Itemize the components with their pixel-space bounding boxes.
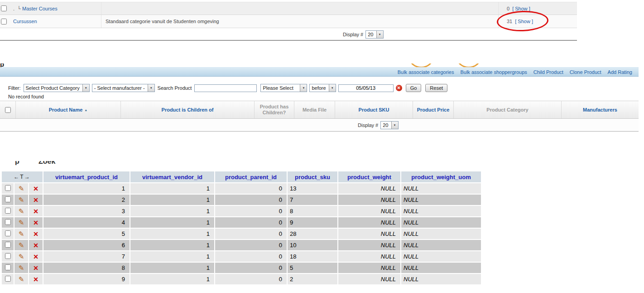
col-header-product-sku[interactable]: Product SKU	[335, 101, 413, 118]
edit-pencil-icon[interactable]: ✎	[19, 196, 24, 204]
product-count: 0	[507, 6, 509, 11]
cell-product-weight: NULL	[338, 274, 400, 284]
category-description: Standaard categorie vanuit de Studenten …	[101, 15, 498, 28]
delete-x-icon[interactable]: ✕	[33, 264, 38, 272]
col-header-media-file: Media File	[294, 101, 335, 118]
col-header-product-weight[interactable]: product_weight	[338, 171, 400, 182]
row-checkbox[interactable]	[5, 242, 11, 248]
category-row-checkbox[interactable]	[1, 5, 7, 11]
col-header-virtuemart-product-id[interactable]: virtuemart_product_id	[43, 171, 130, 182]
date-input[interactable]	[338, 84, 394, 92]
col-header-manufacturers[interactable]: Manufacturers	[562, 101, 639, 118]
row-checkbox-cell	[2, 251, 14, 262]
row-checkbox[interactable]	[5, 196, 11, 202]
toolbar-link-bulk-associate-shoppergroups[interactable]: Bulk associate shoppergroups	[460, 69, 527, 75]
row-checkbox[interactable]	[5, 208, 11, 214]
col-header-product-name[interactable]: Product Name▲	[16, 101, 121, 118]
cell-product-weight-uom: NULL	[401, 263, 481, 273]
display-count-control: Display # 20 ▼	[343, 30, 384, 39]
phpmyadmin-results-table: ←T→ virtuemart_product_id virtuemart_ven…	[1, 171, 482, 285]
select-value: Please Select	[261, 84, 300, 92]
row-checkbox[interactable]	[5, 264, 11, 270]
delete-x-icon[interactable]: ✕	[33, 185, 38, 192]
reset-button[interactable]: Reset	[425, 84, 447, 92]
cell-virtuemart-vendor-id: 1	[130, 251, 214, 262]
display-count-select[interactable]: 20 ▼	[365, 30, 383, 39]
delete-x-icon[interactable]: ✕	[33, 230, 38, 238]
status-select[interactable]: Please Select ▼	[260, 84, 307, 92]
select-all-checkbox[interactable]	[5, 107, 11, 113]
col-header-product-is-children-of[interactable]: Product is Children of	[121, 101, 255, 118]
cell-product-weight: NULL	[338, 183, 400, 194]
cell-product-sku: 18	[288, 251, 337, 262]
row-edit-cell: ✎	[14, 217, 28, 228]
cell-product-parent-id: 0	[215, 206, 287, 216]
cell-product-sku: 13	[288, 183, 337, 194]
manufacturer-select[interactable]: - Select manufacturer - ▼	[92, 84, 155, 92]
edit-pencil-icon[interactable]: ✎	[19, 264, 24, 272]
delete-x-icon[interactable]: ✕	[33, 253, 38, 260]
col-header-virtuemart-vendor-id[interactable]: virtuemart_vendor_id	[130, 171, 214, 182]
cell-product-weight: NULL	[338, 263, 400, 273]
row-checkbox[interactable]	[5, 276, 11, 282]
edit-pencil-icon[interactable]: ✎	[19, 185, 24, 193]
row-edit-cell: ✎	[14, 229, 28, 239]
col-header-product-parent-id[interactable]: product_parent_id	[215, 171, 287, 182]
col-header-product-has-children: Product has Children?	[255, 101, 294, 118]
cell-product-weight-uom: NULL	[401, 251, 481, 262]
delete-x-icon[interactable]: ✕	[33, 208, 38, 215]
category-list-section: . └ Master Courses 0 [ Show ] Cursussen …	[0, 2, 577, 41]
row-actions-header[interactable]: ←T→	[2, 171, 43, 182]
row-checkbox-cell	[2, 240, 14, 250]
product-category-select[interactable]: Select Product Category ▼	[24, 84, 90, 92]
table-row: ✎ ✕ 5 1 0 28 NULL NULL	[2, 229, 481, 239]
delete-x-icon[interactable]: ✕	[33, 196, 38, 204]
select-value: 20	[366, 31, 376, 38]
clear-date-icon[interactable]: ✕	[396, 85, 402, 91]
display-label: Display #	[343, 32, 363, 37]
category-row-checkbox[interactable]	[1, 19, 7, 24]
col-header-product-sku[interactable]: product_sku	[288, 171, 337, 182]
table-row: ✎ ✕ 2 1 0 7 NULL NULL	[2, 195, 481, 205]
cutoff-text-row: p Zoek	[0, 161, 136, 168]
cell-product-sku: 2	[288, 274, 337, 284]
show-products-link[interactable]: [ Show ]	[512, 6, 530, 11]
cell-virtuemart-product-id: 8	[43, 263, 130, 273]
edit-pencil-icon[interactable]: ✎	[19, 253, 24, 261]
col-header-product-price[interactable]: Product Price	[413, 101, 454, 118]
select-value: Select Product Category	[24, 84, 82, 92]
product-manager-section: p Bulk associate categories Bulk associa…	[0, 63, 639, 132]
edit-pencil-icon[interactable]: ✎	[19, 207, 24, 215]
cell-product-weight: NULL	[338, 195, 400, 205]
date-compare-select[interactable]: before ▼	[309, 84, 336, 92]
cell-virtuemart-product-id: 5	[43, 229, 130, 239]
row-checkbox[interactable]	[5, 185, 11, 191]
row-checkbox[interactable]	[5, 253, 11, 259]
delete-x-icon[interactable]: ✕	[33, 219, 38, 226]
go-button[interactable]: Go	[406, 84, 422, 92]
row-checkbox[interactable]	[5, 219, 11, 225]
product-table-footer: Display # 20 ▼	[0, 119, 639, 132]
cell-product-weight-uom: NULL	[401, 240, 481, 250]
display-count-select[interactable]: 20 ▼	[380, 121, 398, 129]
category-name-link[interactable]: Cursussen	[13, 19, 37, 24]
cell-product-weight: NULL	[338, 251, 400, 262]
toolbar-link-child-product[interactable]: Child Product	[533, 69, 563, 75]
delete-x-icon[interactable]: ✕	[33, 276, 38, 283]
edit-pencil-icon[interactable]: ✎	[19, 275, 24, 283]
delete-x-icon[interactable]: ✕	[33, 242, 38, 249]
edit-pencil-icon[interactable]: ✎	[19, 219, 24, 227]
toolbar-link-clone-product[interactable]: Clone Product	[570, 69, 601, 75]
table-row: ✎ ✕ 6 1 0 10 NULL NULL	[2, 240, 481, 250]
search-product-input[interactable]	[194, 84, 257, 92]
tree-branch-prefix: . └	[13, 6, 22, 11]
category-name-cell: Cursussen	[8, 19, 101, 24]
col-header-product-weight-uom[interactable]: product_weight_uom	[401, 171, 481, 182]
toolbar-link-bulk-associate-categories[interactable]: Bulk associate categories	[398, 69, 454, 75]
edit-pencil-icon[interactable]: ✎	[19, 230, 24, 238]
toolbar-link-add-rating[interactable]: Add Rating	[608, 69, 632, 75]
row-checkbox[interactable]	[5, 230, 11, 236]
edit-pencil-icon[interactable]: ✎	[19, 241, 24, 249]
cell-virtuemart-product-id: 2	[43, 195, 130, 205]
category-name-link[interactable]: Master Courses	[22, 6, 58, 11]
